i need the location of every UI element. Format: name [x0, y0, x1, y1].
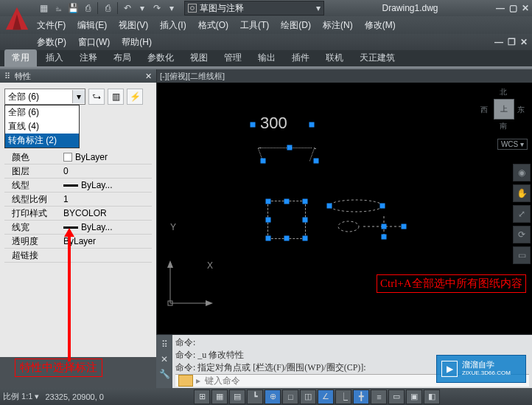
chevron-down-icon[interactable]: ▾	[165, 1, 178, 15]
dropdown-option-dim[interactable]: 转角标注 (2)	[5, 134, 79, 148]
close-button[interactable]: ✕	[522, 3, 529, 13]
status-ortho-icon[interactable]: ┗	[247, 390, 263, 404]
cmd-recent-icon[interactable]	[178, 375, 193, 387]
ribbon-tab-layout[interactable]: 布局	[106, 49, 139, 66]
svg-point-3	[338, 221, 359, 232]
chevron-down-icon[interactable]: ▾	[72, 90, 85, 103]
view-cube[interactable]: 上 北 南 西 东	[477, 86, 529, 137]
minimize-button[interactable]: —	[496, 3, 505, 13]
viewcube-top[interactable]: 上	[494, 99, 514, 120]
palette-close-icon[interactable]: ✕	[145, 72, 152, 81]
dimension-object-2[interactable]	[326, 197, 415, 251]
status-otrack-icon[interactable]: ∠	[318, 390, 334, 404]
viewport-label[interactable]: [-][俯视][二维线框]	[157, 69, 532, 83]
svg-marker-7	[167, 260, 173, 268]
ribbon-tab-tz[interactable]: 天正建筑	[352, 49, 402, 66]
status-sc-icon[interactable]: ◧	[424, 390, 440, 404]
watermark-title: 溜溜自学	[462, 360, 511, 369]
prop-ltype-key: 线型	[4, 179, 63, 192]
cmd-grip-icon[interactable]: ⠿	[161, 339, 168, 350]
menu-tools[interactable]: 工具(T)	[240, 19, 269, 32]
qat-undo-icon[interactable]: ↶	[121, 1, 134, 15]
menu-dim[interactable]: 标注(N)	[323, 19, 353, 32]
doc-minimize-button[interactable]: —	[494, 37, 503, 47]
play-icon: ▶	[441, 361, 458, 377]
nav-orbit-icon[interactable]: ⟳	[513, 226, 531, 243]
rectangle-object[interactable]	[267, 201, 306, 239]
status-polar-icon[interactable]: ⊕	[265, 390, 281, 404]
drawing-canvas[interactable]: 300	[157, 83, 532, 342]
status-osnap-icon[interactable]: □	[282, 390, 298, 404]
menu-param[interactable]: 参数(P)	[37, 36, 66, 49]
doc-restore-button[interactable]: ❐	[508, 37, 516, 47]
select-objects-icon[interactable]: ▥	[108, 89, 124, 105]
ribbon-tab-view[interactable]: 视图	[183, 49, 215, 66]
prop-ltype-value[interactable]: ByLay...	[63, 180, 152, 190]
cmd-wrench-icon[interactable]: 🔧	[159, 369, 170, 379]
prop-lw-value[interactable]: ByLay...	[63, 222, 152, 232]
menu-view[interactable]: 视图(V)	[119, 19, 148, 32]
command-gutter[interactable]: ⠿ ✕ 🔧	[156, 335, 172, 388]
prop-color-value[interactable]: ByLayer	[63, 152, 152, 162]
maximize-button[interactable]: ▢	[509, 3, 517, 13]
status-ducs-icon[interactable]: ⎿	[335, 390, 351, 404]
qat-open-icon[interactable]: ⎁	[52, 1, 65, 15]
palette-titlebar[interactable]: ⠿ 特性 ✕	[0, 69, 156, 83]
status-snap-icon[interactable]: ▦	[211, 390, 228, 404]
wcs-label[interactable]: WCS ▾	[497, 139, 528, 150]
status-lwt-icon[interactable]: ≡	[371, 390, 387, 404]
dropdown-option-all[interactable]: 全部 (6)	[5, 105, 79, 120]
menu-insert[interactable]: 插入(I)	[160, 19, 186, 32]
menu-modify[interactable]: 修改(M)	[365, 19, 396, 32]
app-logo[interactable]	[3, 4, 31, 32]
doc-close-button[interactable]: ✕	[520, 37, 528, 47]
ribbon-tab-output[interactable]: 输出	[251, 49, 283, 66]
cmd-close-icon[interactable]: ✕	[161, 354, 168, 364]
status-dyn-icon[interactable]: ╋	[353, 390, 369, 404]
ribbon-tab-home[interactable]: 常用	[4, 49, 37, 66]
ribbon-tab-manage[interactable]: 管理	[217, 49, 249, 66]
menu-draw[interactable]: 绘图(D)	[281, 19, 311, 32]
ribbon-tab-parametric[interactable]: 参数化	[140, 49, 181, 66]
prop-plot-key: 打印样式	[4, 207, 63, 220]
nav-wheel-icon[interactable]: ◉	[513, 164, 531, 181]
ribbon-tab-plugins[interactable]: 插件	[284, 49, 317, 66]
menu-edit[interactable]: 编辑(E)	[77, 19, 107, 32]
qat-saveas-icon[interactable]: ⎙	[81, 1, 94, 15]
status-bar: 比例 1:1 ▾ 23325, 20900, 0 ⊞ ▦ ▤ ┗ ⊕ □ ◫ ∠…	[0, 388, 532, 405]
dimension-object-300[interactable]: 300	[253, 106, 312, 143]
workspace-dropdown[interactable]: 草图与注释 ▾	[184, 1, 324, 15]
ribbon-tab-online[interactable]: 联机	[318, 49, 351, 66]
menu-format[interactable]: 格式(O)	[198, 19, 228, 32]
menu-help[interactable]: 帮助(H)	[122, 36, 152, 49]
prop-plot-value[interactable]: BYCOLOR	[63, 208, 152, 218]
status-infer-icon[interactable]: ⊞	[194, 390, 210, 404]
ribbon-tab-annotate[interactable]: 注释	[72, 49, 105, 66]
menu-file[interactable]: 文件(F)	[37, 19, 66, 32]
nav-zoom-icon[interactable]: ⤢	[513, 205, 531, 223]
nav-pan-icon[interactable]: ✋	[513, 184, 531, 202]
nav-showmotion-icon[interactable]: ▭	[513, 246, 531, 264]
grip-icon[interactable]: ⠿	[4, 72, 10, 81]
prop-layer-value[interactable]: 0	[63, 166, 152, 176]
ribbon-tab-insert[interactable]: 插入	[38, 49, 71, 66]
ribbon-tabs: 常用 插入 注释 布局 参数化 视图 管理 输出 插件 联机 天正建筑	[0, 50, 532, 66]
prop-trans-value[interactable]: ByLayer	[63, 236, 152, 246]
qat-new-icon[interactable]: ▦	[37, 1, 50, 15]
menu-window[interactable]: 窗口(W)	[78, 36, 110, 49]
prop-ltscale-value[interactable]: 1	[63, 194, 152, 204]
chevron-down-icon[interactable]: ▾	[136, 1, 149, 15]
status-grid-icon[interactable]: ▤	[229, 390, 245, 404]
selection-type-combo[interactable]: 全部 (6) ▾	[4, 89, 85, 105]
quick-select-icon[interactable]: ⚡	[127, 89, 143, 105]
pickadd-icon[interactable]: ⮑	[88, 89, 105, 105]
qat-redo-icon[interactable]: ↷	[150, 1, 164, 15]
status-scale[interactable]: 比例 1:1 ▾	[3, 391, 39, 402]
qat-save-icon[interactable]: 💾	[66, 1, 80, 15]
dropdown-option-line[interactable]: 直线 (4)	[5, 120, 79, 134]
status-3dosnap-icon[interactable]: ◫	[300, 390, 316, 404]
qat-print-icon[interactable]: ⎙	[101, 1, 114, 15]
status-tpy-icon[interactable]: ▭	[388, 390, 405, 404]
prop-color-key: 颜色	[4, 151, 63, 164]
status-qp-icon[interactable]: ▣	[406, 390, 422, 404]
